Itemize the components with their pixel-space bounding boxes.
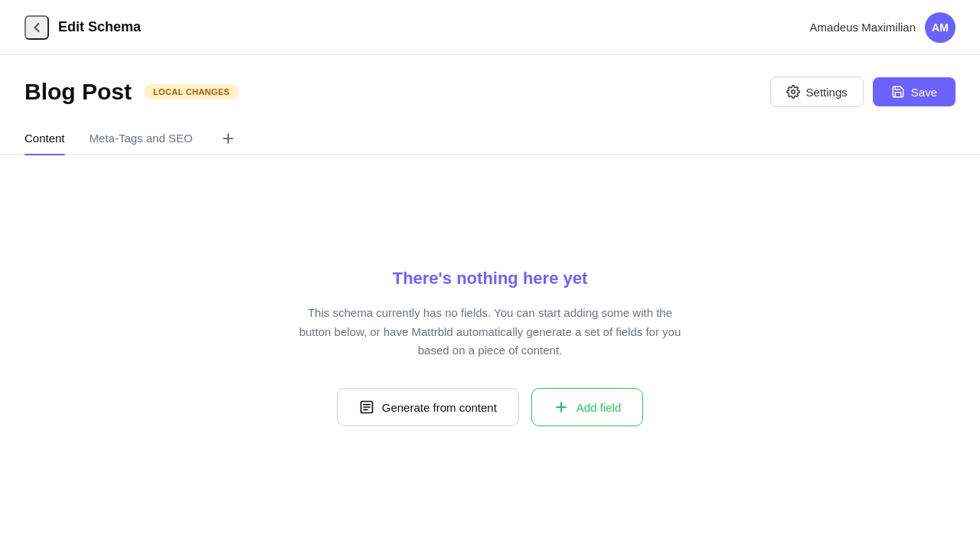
back-button[interactable] <box>24 15 49 40</box>
user-name: Amadeus Maximilian <box>810 21 916 34</box>
empty-state-description: This schema currently has no fields. You… <box>299 304 681 360</box>
svg-point-0 <box>791 90 795 94</box>
save-icon <box>891 85 905 99</box>
avatar: AM <box>925 12 956 43</box>
header-title: Edit Schema <box>58 19 141 35</box>
save-label: Save <box>911 86 937 99</box>
page-title: Blog Post <box>24 79 132 105</box>
header: Edit Schema Amadeus Maximilian AM <box>0 0 980 55</box>
action-buttons: Generate from content Add field <box>337 388 643 426</box>
save-button[interactable]: Save <box>873 77 956 106</box>
tab-content[interactable]: Content <box>24 122 65 154</box>
tab-meta-tags[interactable]: Meta-Tags and SEO <box>90 122 193 154</box>
page-header-right: Settings Save <box>770 77 956 107</box>
settings-button[interactable]: Settings <box>770 77 864 107</box>
tabs-bar: Content Meta-Tags and SEO <box>0 122 980 155</box>
add-tab-button[interactable] <box>217 128 239 149</box>
empty-state-title: There's nothing here yet <box>393 269 588 289</box>
add-field-label: Add field <box>577 401 621 414</box>
header-right: Amadeus Maximilian AM <box>810 12 956 43</box>
plus-icon <box>554 399 569 415</box>
settings-label: Settings <box>806 86 848 99</box>
main-content: There's nothing here yet This schema cur… <box>0 155 980 540</box>
gear-icon <box>786 85 800 99</box>
document-icon <box>359 399 374 415</box>
add-field-button[interactable]: Add field <box>531 388 643 426</box>
generate-from-content-button[interactable]: Generate from content <box>337 388 519 426</box>
header-left: Edit Schema <box>24 15 141 40</box>
generate-from-content-label: Generate from content <box>382 401 497 414</box>
local-changes-badge: LOCAL CHANGES <box>144 84 239 99</box>
page-header: Blog Post LOCAL CHANGES Settings Save <box>0 55 980 122</box>
page-header-left: Blog Post LOCAL CHANGES <box>24 79 239 105</box>
